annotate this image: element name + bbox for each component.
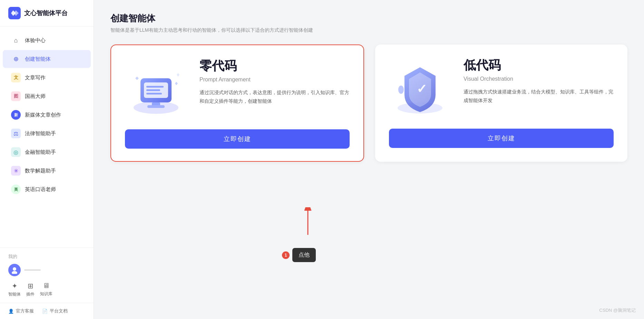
low-code-illustration: ✓: [389, 57, 451, 119]
zero-code-card-top: 零代码 Prompt Arrangement 通过沉浸式对话的方式，表达意图，提…: [125, 58, 350, 120]
zero-code-desc: 通过沉浸式对话的方式，表达意图，提供行为说明，引入知识库、官方和自定义插件等能力…: [199, 88, 350, 106]
sidebar-bottom: 我的 ✦ 智能体 ⊞ 插件 🖥 知识库: [0, 248, 94, 303]
knowledge-icon: 🖥: [43, 282, 50, 290]
zero-code-create-button[interactable]: 立即创建: [125, 129, 350, 149]
logo-icon: [8, 7, 21, 19]
sidebar-item-experience-label: 体验中心: [25, 37, 46, 44]
svg-marker-11: [135, 77, 139, 80]
low-code-create-button[interactable]: 立即创建: [389, 129, 614, 148]
sidebar-item-article[interactable]: 文 文章写作: [3, 69, 91, 87]
my-shortcuts: ✦ 智能体 ⊞ 插件 🖥 知识库: [8, 282, 85, 297]
sidebar-item-law-label: 法律智能助手: [25, 130, 56, 137]
zero-code-illustration: [125, 58, 187, 120]
plugin-icon: ⊞: [28, 282, 33, 290]
annotation-tooltip-container: 1 点他: [282, 248, 316, 262]
sidebar-footer: 👤 官方客服 📄 平台文档: [0, 303, 94, 319]
footer-support-label: 官方客服: [16, 308, 34, 314]
watermark: CSDN @脑洞笔记: [599, 307, 636, 313]
zero-code-text: 零代码 Prompt Arrangement 通过沉浸式对话的方式，表达意图，提…: [199, 58, 350, 106]
create-icon: ⊕: [11, 54, 21, 64]
law-icon: ⚖: [11, 129, 21, 138]
low-code-subtitle: Visual Orchestration: [464, 76, 614, 82]
sidebar-item-english[interactable]: 英 英语口语老师: [3, 180, 91, 198]
shortcut-knowledge-label: 知识库: [40, 291, 52, 297]
agent-icon: ✦: [12, 282, 18, 290]
sidebar-item-law[interactable]: ⚖ 法律智能助手: [3, 124, 91, 142]
svg-rect-6: [146, 86, 164, 88]
sidebar-item-english-label: 英语口语老师: [25, 186, 56, 193]
shortcut-agent[interactable]: ✦ 智能体: [8, 282, 21, 297]
sidebar-item-experience[interactable]: ⌂ 体验中心: [3, 31, 91, 49]
sidebar-logo: 文心智能体平台: [0, 0, 94, 27]
zero-code-title: 零代码: [199, 58, 350, 74]
home-icon: ⌂: [11, 36, 21, 45]
svg-point-16: [398, 86, 404, 94]
svg-rect-10: [147, 105, 165, 108]
shortcut-plugin-label: 插件: [26, 291, 35, 297]
logo-text: 文心智能体平台: [24, 9, 68, 17]
footer-docs-label: 平台文档: [50, 308, 68, 314]
my-section-title: 我的: [8, 253, 85, 260]
sidebar-item-create-label: 创建智能体: [25, 56, 51, 62]
svg-marker-12: [175, 82, 178, 85]
shortcut-knowledge[interactable]: 🖥 知识库: [40, 282, 52, 297]
sidebar-item-article-label: 文章写作: [25, 74, 46, 81]
low-code-card: ✓ 低代码 Vis: [375, 44, 627, 162]
svg-rect-7: [146, 89, 160, 91]
svg-text:✓: ✓: [417, 82, 427, 96]
user-name: [24, 269, 41, 271]
svg-point-1: [13, 267, 16, 271]
english-icon: 英: [11, 185, 21, 194]
newmedia-icon: 新: [11, 110, 21, 120]
page-title: 创建智能体: [110, 12, 627, 24]
zero-code-card: 零代码 Prompt Arrangement 通过沉浸式对话的方式，表达意图，提…: [110, 44, 364, 162]
sidebar-item-create[interactable]: ⊕ 创建智能体: [3, 50, 91, 68]
avatar: [8, 264, 21, 276]
svg-point-2: [12, 271, 17, 274]
sidebar-item-newmedia-label: 新媒体文章创作: [25, 112, 61, 118]
sidebar-item-painting-label: 国画大师: [25, 93, 46, 100]
sidebar-item-finance-label: 金融智能助手: [25, 149, 56, 156]
cards-row: 零代码 Prompt Arrangement 通过沉浸式对话的方式，表达意图，提…: [110, 44, 627, 162]
math-icon: ✳: [11, 166, 21, 176]
shortcut-plugin[interactable]: ⊞ 插件: [26, 282, 35, 297]
sidebar: 文心智能体平台 ⌂ 体验中心 ⊕ 创建智能体 文 文章写作 图 国画大师 新 新…: [0, 0, 94, 319]
painting-icon: 图: [11, 91, 21, 101]
svg-marker-13: [177, 73, 179, 77]
sidebar-item-math[interactable]: ✳ 数学解题助手: [3, 162, 91, 180]
svg-rect-8: [146, 93, 162, 94]
sidebar-item-math-label: 数学解题助手: [25, 168, 56, 174]
docs-icon: 📄: [42, 309, 48, 314]
red-arrow-svg: [297, 207, 318, 238]
sidebar-item-painting[interactable]: 图 国画大师: [3, 87, 91, 105]
low-code-card-top: ✓ 低代码 Vis: [389, 57, 614, 119]
page-subtitle: 智能体是基于LLM有能力主动思考和行动的智能体，你可以选择以下适合的方式进行智能…: [110, 27, 627, 33]
footer-docs[interactable]: 📄 平台文档: [42, 308, 68, 314]
annotation-tooltip: 点他: [292, 248, 316, 262]
sidebar-navigation: ⌂ 体验中心 ⊕ 创建智能体 文 文章写作 图 国画大师 新 新媒体文章创作 ⚖…: [0, 27, 94, 248]
my-user: [8, 264, 85, 276]
sidebar-item-finance[interactable]: ◎ 金融智能助手: [3, 143, 91, 161]
annotation-badge: 1: [282, 251, 290, 259]
article-icon: 文: [11, 73, 21, 82]
finance-icon: ◎: [11, 147, 21, 157]
main-content: 创建智能体 智能体是基于LLM有能力主动思考和行动的智能体，你可以选择以下适合的…: [94, 0, 644, 319]
low-code-desc: 通过拖拽方式快速搭建业务流，结合大模型、知识库、工具等组件，完成智能体开发: [464, 88, 614, 105]
shortcut-agent-label: 智能体: [8, 291, 21, 297]
annotation-group: [297, 207, 318, 240]
sidebar-item-newmedia[interactable]: 新 新媒体文章创作: [3, 106, 91, 124]
footer-support[interactable]: 👤 官方客服: [8, 308, 34, 314]
zero-code-subtitle: Prompt Arrangement: [199, 77, 350, 83]
low-code-title: 低代码: [464, 57, 614, 74]
support-icon: 👤: [8, 309, 14, 314]
low-code-text: 低代码 Visual Orchestration 通过拖拽方式快速搭建业务流，结…: [464, 57, 614, 105]
